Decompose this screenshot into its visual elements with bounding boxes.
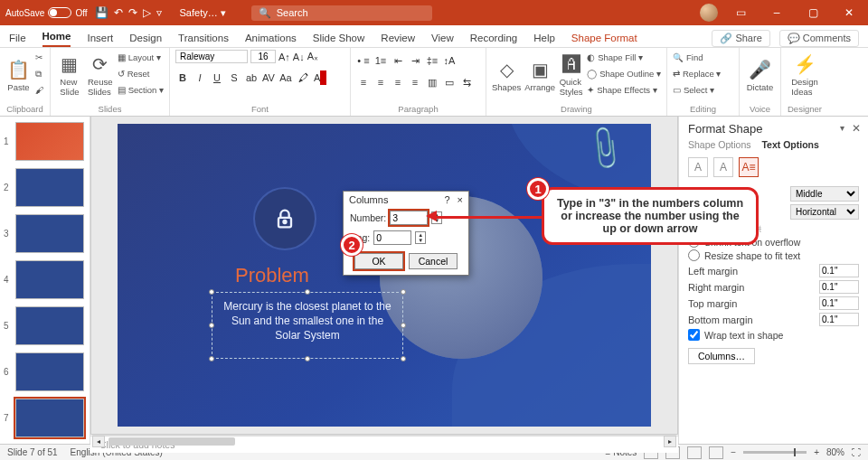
font-size-select[interactable] <box>250 50 276 63</box>
left-margin-input[interactable] <box>819 264 859 277</box>
pane-options-icon[interactable]: ▾ <box>840 123 844 133</box>
chevron-down-icon[interactable]: ▼ <box>416 238 425 243</box>
ribbon-display-icon[interactable]: ▭ <box>727 6 754 19</box>
minimize-icon[interactable]: – <box>763 6 790 19</box>
bottom-margin-input[interactable] <box>819 313 859 326</box>
quick-styles-button[interactable]: 🅰Quick Styles <box>559 50 583 100</box>
pane-close-icon[interactable]: ✕ <box>852 122 861 135</box>
reset-button[interactable]: ↺ Reset <box>118 66 164 81</box>
highlight-button[interactable]: 🖍 <box>296 70 310 85</box>
tab-view[interactable]: View <box>431 29 454 47</box>
slide-body-text[interactable]: Mercury is the closest planet to the Sun… <box>217 296 398 347</box>
dialog-close-icon[interactable]: × <box>458 194 463 205</box>
layout-button[interactable]: ▦ Layout ▾ <box>118 50 164 65</box>
horizontal-scrollbar[interactable]: ◂▸ <box>92 435 676 436</box>
toggle-off-icon[interactable] <box>48 7 71 18</box>
tab-insert[interactable]: Insert <box>87 29 113 47</box>
thumb-6[interactable]: 6 <box>4 352 86 391</box>
columns-button[interactable]: ▥ <box>425 75 439 89</box>
user-avatar[interactable] <box>700 4 718 22</box>
select-button[interactable]: ▭ Select ▾ <box>673 82 722 98</box>
indent-decrease-button[interactable]: ⇤ <box>391 53 405 68</box>
tab-slideshow[interactable]: Slide Show <box>313 29 365 47</box>
spacing-spinner[interactable]: ▲▼ <box>415 231 426 244</box>
reading-view-icon[interactable] <box>687 446 702 459</box>
bold-button[interactable]: B <box>175 70 190 85</box>
zoom-out-icon[interactable]: − <box>731 447 736 457</box>
dictate-button[interactable]: 🎤Dictate <box>745 50 775 100</box>
copy-icon[interactable]: ⧉ <box>35 66 44 81</box>
bullets-button[interactable]: • ≡ <box>356 53 371 68</box>
zoom-in-icon[interactable]: + <box>814 447 819 457</box>
vertical-align-select[interactable]: Middle <box>790 186 859 202</box>
shadow-button[interactable]: ab <box>244 70 259 85</box>
line-spacing-button[interactable]: ‡≡ <box>425 53 439 68</box>
redo-icon[interactable]: ↷ <box>128 6 137 19</box>
align-center-button[interactable]: ≡ <box>373 75 388 89</box>
shape-outline-button[interactable]: ◯ Shape Outline ▾ <box>587 66 661 81</box>
slideshow-start-icon[interactable]: ▷ <box>143 6 151 19</box>
right-margin-input[interactable] <box>819 280 859 294</box>
slideshow-view-icon[interactable] <box>709 446 723 459</box>
cut-icon[interactable]: ✂ <box>35 50 44 65</box>
align-left-button[interactable]: ≡ <box>356 75 371 89</box>
shape-fill-button[interactable]: ◐ Shape Fill ▾ <box>587 50 661 65</box>
tab-shape-format[interactable]: Shape Format <box>571 29 637 47</box>
section-button[interactable]: ▤ Section ▾ <box>118 82 164 98</box>
dialog-help-icon[interactable]: ? <box>444 194 449 205</box>
columns-button-pane[interactable]: Columns… <box>688 348 755 364</box>
thumb-4[interactable]: 4 <box>4 260 86 299</box>
autofit-resize-radio[interactable] <box>688 249 700 261</box>
share-button[interactable]: 🔗 Share <box>712 30 769 47</box>
font-family-select[interactable] <box>175 50 248 63</box>
strike-button[interactable]: S <box>227 70 241 85</box>
text-direction-select[interactable]: Horizontal <box>790 204 859 220</box>
text-direction-button[interactable]: ↕A <box>442 53 457 68</box>
thumb-2[interactable]: 2 <box>4 168 86 207</box>
cancel-button[interactable]: Cancel <box>409 253 458 269</box>
increase-font-icon[interactable]: A↑ <box>278 52 290 62</box>
comments-button[interactable]: 💬 Comments <box>779 30 859 47</box>
replace-button[interactable]: ⇄ Replace ▾ <box>673 66 722 81</box>
tab-file[interactable]: File <box>9 29 26 47</box>
shape-options-tab[interactable]: Shape Options <box>688 139 750 150</box>
justify-button[interactable]: ≡ <box>408 75 422 89</box>
slide-canvas[interactable]: 📎 Problem Mercury is the closest planet … <box>90 117 678 435</box>
maximize-icon[interactable]: ▢ <box>799 6 826 19</box>
autosave-toggle[interactable]: AutoSave Off <box>5 7 88 18</box>
ok-button[interactable]: OK <box>354 253 403 269</box>
align-right-button[interactable]: ≡ <box>391 75 405 89</box>
smartart-button[interactable]: ⇆ <box>459 75 474 89</box>
thumbnail-pane[interactable]: 1 2 3 4 5 6 7 <box>0 117 90 444</box>
char-spacing-button[interactable]: AV <box>261 70 276 85</box>
underline-button[interactable]: U <box>210 70 224 85</box>
textbox-properties-icon[interactable]: A≡ <box>739 157 759 177</box>
align-text-button[interactable]: ▭ <box>442 75 457 89</box>
find-button[interactable]: 🔍 Find <box>673 50 722 65</box>
save-icon[interactable]: 💾 <box>95 6 108 19</box>
document-name[interactable]: Safety… ▾ <box>180 7 226 19</box>
reuse-slides-button[interactable]: ⟳Reuse Slides <box>87 50 114 100</box>
paste-button[interactable]: 📋Paste <box>5 50 32 100</box>
text-fill-outline-icon[interactable]: A <box>688 157 708 177</box>
zoom-slider[interactable] <box>743 451 807 454</box>
arrange-button[interactable]: ▣Arrange <box>524 50 555 100</box>
indent-increase-button[interactable]: ⇥ <box>408 53 422 68</box>
format-painter-icon[interactable]: 🖌 <box>35 82 44 98</box>
thumb-1[interactable]: 1 <box>4 122 86 161</box>
thumb-5[interactable]: 5 <box>4 306 86 345</box>
qat-customize-icon[interactable]: ▿ <box>156 6 162 19</box>
slide-title[interactable]: Problem <box>235 264 309 287</box>
search-box[interactable]: 🔍 Search <box>251 5 432 21</box>
tab-review[interactable]: Review <box>381 29 415 47</box>
close-icon[interactable]: ✕ <box>835 6 863 19</box>
thumb-3[interactable]: 3 <box>4 214 86 253</box>
italic-button[interactable]: I <box>193 70 207 85</box>
spacing-input[interactable] <box>373 230 411 245</box>
scroll-left-icon[interactable]: ◂ <box>92 436 105 447</box>
shapes-button[interactable]: ◇Shapes <box>492 50 521 100</box>
numbering-button[interactable]: 1≡ <box>373 53 388 68</box>
tab-animations[interactable]: Animations <box>245 29 297 47</box>
tab-transitions[interactable]: Transitions <box>178 29 229 47</box>
tab-help[interactable]: Help <box>533 29 555 47</box>
